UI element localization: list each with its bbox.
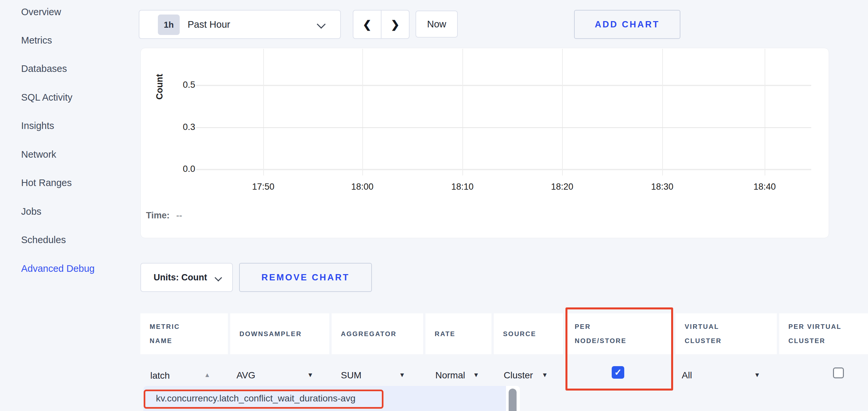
now-button[interactable]: Now [415,10,458,38]
add-chart-button[interactable]: ADD CHART [574,10,680,39]
y-axis-label: Count [154,67,165,107]
caret-up-icon[interactable]: ▲ [204,371,210,379]
sidebar-item-advanced-debug[interactable]: Advanced Debug [21,263,95,274]
chevron-left-icon: ❮ [363,18,372,31]
y-tick-label: 0.0 [169,164,195,174]
gridline-vertical [662,49,663,175]
sidebar-item-databases[interactable]: Databases [21,63,67,74]
chevron-down-icon [317,20,326,29]
x-tick-label: 18:40 [742,182,788,192]
column-header-metric-name: METRIC NAME [141,313,228,354]
time-window-label: Past Hour [188,10,230,38]
caret-down-icon[interactable]: ▼ [399,371,405,379]
metric-name-input[interactable] [150,368,200,383]
gridline-vertical [765,49,765,175]
metric-suggestion-list: kv.concurrency.latch_conflict_wait_durat… [143,386,506,411]
sidebar-item-overview[interactable]: Overview [21,7,61,18]
sidebar-item-network[interactable]: Network [21,149,56,160]
y-tick-label: 0.5 [169,80,195,90]
time-forward-button[interactable]: ❯ [381,10,409,38]
virtual-cluster-select-value[interactable]: All [682,370,692,381]
gridline-vertical [362,49,363,175]
caret-down-icon[interactable]: ▼ [473,371,479,379]
column-header-per-virtual-cluster: PER VIRTUAL CLUSTER [779,313,868,354]
units-dropdown[interactable]: Units: Count [141,263,233,292]
time-window-badge: 1h [158,14,180,35]
x-tick-label: 18:20 [539,182,585,192]
chevron-right-icon: ❯ [391,18,400,31]
chart-card: Count 0.5 0.3 0.0 17:50 18:00 18:10 18:2… [141,48,829,238]
sidebar-item-sql-activity[interactable]: SQL Activity [21,92,72,103]
column-header-rate: RATE [426,313,492,354]
dropdown-scrollbar-thumb[interactable] [509,388,517,411]
time-back-button[interactable]: ❮ [353,10,381,38]
remove-chart-button[interactable]: REMOVE CHART [239,263,372,292]
per-node-store-checkbox[interactable]: ✓ [612,366,624,379]
time-window-dropdown[interactable]: 1h Past Hour [139,10,341,39]
gridline-vertical [562,49,563,175]
chevron-down-icon [215,274,222,282]
aggregator-select-value[interactable]: SUM [341,370,361,381]
downsampler-select-value[interactable]: AVG [237,370,255,381]
gridline-vertical [263,49,264,175]
sidebar-item-insights[interactable]: Insights [21,121,54,131]
gridline-horizontal [196,127,811,128]
y-tick-label: 0.3 [169,122,195,132]
rate-select-value[interactable]: Normal [435,370,465,381]
metric-suggestion-item[interactable]: kv.concurrency.latch_conflict_wait_durat… [143,386,506,411]
sidebar-item-metrics[interactable]: Metrics [21,35,52,46]
column-header-downsampler: DOWNSAMPLER [230,313,329,354]
sidebar-item-schedules[interactable]: Schedules [21,235,66,245]
units-dropdown-label: Units: Count [154,264,207,291]
time-nav-arrows: ❮ ❯ [353,10,409,39]
source-select-value[interactable]: Cluster [504,370,533,381]
column-header-source: SOURCE [494,313,563,354]
x-tick-label: 17:50 [240,182,286,192]
sidebar-item-hot-ranges[interactable]: Hot Ranges [21,177,72,189]
caret-down-icon[interactable]: ▼ [307,371,313,379]
gridline-horizontal [196,169,811,170]
caret-down-icon[interactable]: ▼ [754,371,760,379]
sidebar-item-jobs[interactable]: Jobs [21,206,41,217]
caret-down-icon[interactable]: ▼ [542,371,548,379]
gridline-vertical [462,49,463,175]
check-icon: ✓ [614,367,622,378]
hover-time-readout: Time:-- [146,210,182,221]
column-header-per-node-store: PER NODE/STORE [565,313,673,354]
gridline-horizontal [196,85,811,86]
x-tick-label: 18:30 [639,182,685,192]
column-header-virtual-cluster: VIRTUAL CLUSTER [676,313,777,354]
column-header-aggregator: AGGREGATOR [332,313,423,354]
metric-suggestion-dropdown: kv.concurrency.latch_conflict_wait_durat… [143,386,520,411]
hover-time-value: -- [176,210,182,220]
x-tick-label: 18:00 [339,182,385,192]
x-tick-label: 18:10 [439,182,486,192]
per-virtual-cluster-checkbox[interactable] [833,368,844,378]
hover-time-label: Time: [146,210,170,220]
